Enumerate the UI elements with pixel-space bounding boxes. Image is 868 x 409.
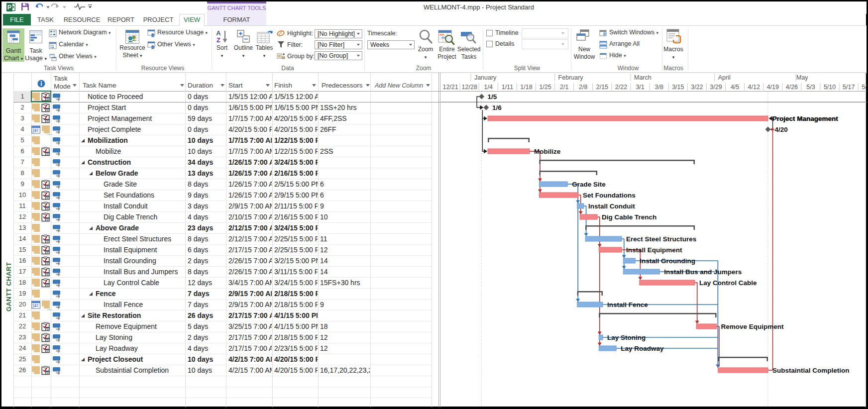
svg-text:2/8: 2/8 [579, 84, 587, 91]
svg-text:May: May [796, 74, 808, 81]
svg-text:1/6: 1/6 [492, 104, 502, 111]
svg-text:A: A [216, 29, 221, 37]
svg-text:2/22: 2/22 [615, 84, 627, 91]
svg-text:1/4: 1/4 [484, 84, 493, 91]
svg-text:...: ... [47, 305, 52, 311]
svg-text:Remove Equipment: Remove Equipment [721, 323, 784, 330]
svg-text:5/3: 5/3 [806, 84, 815, 91]
svg-text:Install Bus and Jumpers: Install Bus and Jumpers [664, 268, 742, 276]
svg-text:3/22: 3/22 [691, 84, 703, 91]
svg-text:3/8: 3/8 [655, 84, 663, 91]
svg-text:1/25: 1/25 [539, 84, 551, 91]
svg-text:March: March [634, 74, 651, 81]
svg-text:1/11: 1/11 [502, 84, 513, 91]
svg-text:5/10: 5/10 [824, 84, 836, 91]
svg-text:1/5: 1/5 [488, 93, 497, 101]
svg-text:...: ... [47, 130, 52, 136]
svg-text:Lay Control Cable: Lay Control Cable [699, 279, 757, 287]
svg-text:4/19: 4/19 [767, 84, 779, 91]
svg-text:4/5: 4/5 [731, 84, 739, 91]
svg-text:Project Management: Project Management [772, 115, 839, 122]
svg-text:3/29: 3/29 [710, 84, 722, 91]
svg-text:5/24: 5/24 [862, 84, 867, 91]
svg-text:3/15: 3/15 [672, 84, 684, 91]
svg-text:Install Fence: Install Fence [607, 301, 648, 308]
svg-text:2/1: 2/1 [560, 84, 568, 91]
svg-text:April: April [718, 74, 731, 81]
svg-text:2/15: 2/15 [596, 84, 608, 91]
svg-text:Grade Site: Grade Site [572, 181, 606, 188]
svg-text:Install Equipment: Install Equipment [626, 246, 682, 254]
svg-text:Z: Z [217, 36, 220, 44]
svg-text:Lay Stoning: Lay Stoning [607, 334, 646, 341]
svg-text:Substaintial Completion: Substaintial Completion [772, 367, 850, 374]
svg-text:1/18: 1/18 [520, 84, 532, 91]
svg-text:Install Grounding: Install Grounding [640, 257, 695, 265]
svg-text:4/26: 4/26 [786, 84, 798, 91]
svg-text:Install Conduit: Install Conduit [588, 203, 635, 210]
svg-text:Mobilize: Mobilize [534, 148, 561, 155]
svg-text:5/17: 5/17 [843, 84, 855, 91]
svg-text:Lay Roadway: Lay Roadway [621, 345, 664, 352]
svg-text:January: January [474, 74, 497, 81]
svg-text:Dig Cable Trench: Dig Cable Trench [602, 213, 656, 221]
svg-text:February: February [558, 74, 584, 81]
svg-text:4/12: 4/12 [748, 84, 760, 91]
svg-text:12/28: 12/28 [462, 84, 477, 91]
svg-text:3/1: 3/1 [636, 84, 644, 91]
svg-text:Erect Steel Structures: Erect Steel Structures [626, 235, 696, 243]
svg-text:4/20: 4/20 [775, 126, 788, 133]
svg-text:Set Foundations: Set Foundations [583, 192, 636, 199]
svg-text:12/21: 12/21 [442, 84, 458, 91]
